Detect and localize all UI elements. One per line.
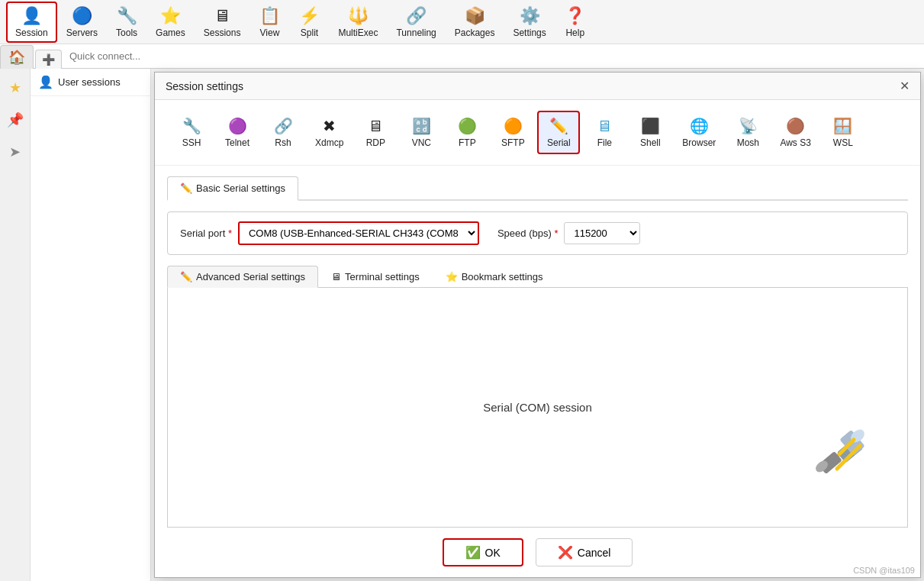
multiexec-icon: 🔱 — [348, 6, 369, 26]
sub-tab-bookmark[interactable]: ⭐ Bookmark settings — [433, 266, 556, 287]
dialog-close-button[interactable]: ✕ — [900, 79, 910, 93]
protocol-serial[interactable]: ✏️ Serial — [537, 111, 580, 154]
toolbar-item-settings[interactable]: ⚙️ Settings — [504, 2, 555, 43]
sub-tabs: ✏️ Advanced Serial settings 🖥 Terminal s… — [167, 266, 908, 288]
view-label: View — [260, 27, 280, 38]
tab-home[interactable]: 🏠 — [0, 45, 34, 69]
addressbar: 🏠 ➕ — [0, 44, 924, 69]
speed-select[interactable]: 9600192003840057600115200230400460800921… — [564, 222, 640, 244]
toolbar-item-view[interactable]: 📋 View — [250, 2, 289, 43]
toolbar: 👤 Session 🔵 Servers 🔧 Tools ⭐ Games 🖥 Se… — [0, 0, 924, 44]
advanced-tab-icon: ✏️ — [180, 271, 192, 282]
telnet-icon: 🟣 — [228, 117, 247, 135]
toolbar-item-tools[interactable]: 🔧 Tools — [107, 2, 146, 43]
xdmcp-label: Xdmcp — [315, 137, 343, 148]
file-icon: 🖥 — [597, 118, 612, 135]
split-icon: ⚡ — [299, 6, 320, 26]
toolbar-item-tunneling[interactable]: 🔗 Tunneling — [387, 2, 445, 43]
protocol-ssh[interactable]: 🔧 SSH — [170, 111, 213, 154]
toolbar-item-multiexec[interactable]: 🔱 MultiExec — [329, 2, 387, 43]
file-label: File — [597, 137, 612, 148]
toolbar-item-packages[interactable]: 📦 Packages — [446, 2, 504, 43]
session-icon: 👤 — [21, 6, 42, 26]
multiexec-label: MultiExec — [338, 27, 378, 38]
shell-label: Shell — [640, 137, 661, 148]
content-session-label: Serial (COM) session — [483, 401, 592, 414]
sessions-title: 👤 User sessions — [31, 69, 150, 96]
sub-tab-terminal[interactable]: 🖥 Terminal settings — [318, 266, 433, 287]
ok-button[interactable]: ✅ OK — [443, 538, 523, 566]
telnet-label: Telnet — [225, 137, 250, 148]
basic-serial-tab-icon: ✏️ — [180, 182, 192, 194]
arrow-icon[interactable]: ➤ — [6, 140, 24, 163]
toolbar-item-session[interactable]: 👤 Session — [6, 2, 57, 43]
serial-plug-icon — [816, 424, 877, 489]
protocol-ftp[interactable]: 🟢 FTP — [446, 111, 488, 154]
sessions-label: Sessions — [204, 27, 241, 38]
protocol-sftp[interactable]: 🟠 SFTP — [491, 111, 534, 154]
protocol-browser[interactable]: 🌐 Browser — [674, 111, 723, 154]
left-panel: ★ 📌 ➤ 👤 User sessions — [0, 69, 151, 581]
inner-tabs: ✏️ Basic Serial settings — [167, 176, 908, 201]
ftp-icon: 🟢 — [458, 117, 477, 135]
vnc-icon: 🔡 — [412, 117, 431, 135]
serial-port-field: Serial port * COM8 (USB-Enhanced-SERIAL … — [180, 221, 479, 245]
protocol-xdmcp[interactable]: ✖ Xdmcp — [307, 111, 351, 154]
settings-icon: ⚙️ — [520, 6, 540, 26]
protocol-shell[interactable]: ⬛ Shell — [629, 111, 671, 154]
star-icon[interactable]: ★ — [6, 76, 24, 99]
aws-s3-label: Aws S3 — [780, 137, 810, 148]
protocol-rdp[interactable]: 🖥 RDP — [354, 111, 397, 154]
bookmark-tab-icon: ⭐ — [446, 271, 458, 282]
ftp-label: FTP — [459, 137, 476, 148]
tunneling-icon: 🔗 — [406, 6, 427, 26]
protocol-mosh[interactable]: 📡 Mosh — [726, 111, 769, 154]
serial-icon: ✏️ — [549, 117, 568, 135]
browser-icon: 🌐 — [690, 117, 709, 135]
session-settings-dialog: Session settings ✕ 🔧 SSH 🟣 Telnet 🔗 Rsh — [154, 72, 921, 578]
games-icon: ⭐ — [160, 6, 181, 26]
basic-serial-tab[interactable]: ✏️ Basic Serial settings — [167, 176, 298, 201]
speed-field: Speed (bps) * 96001920038400576001152002… — [497, 222, 641, 244]
toolbar-item-help[interactable]: ❓ Help — [555, 2, 595, 43]
bookmark-tab-label: Bookmark settings — [462, 271, 543, 282]
terminal-tab-icon: 🖥 — [331, 271, 341, 282]
toolbar-item-games[interactable]: ⭐ Games — [146, 2, 195, 43]
protocol-file[interactable]: 🖥 File — [583, 111, 626, 154]
toolbar-item-sessions[interactable]: 🖥 Sessions — [195, 2, 250, 43]
sub-tab-advanced[interactable]: ✏️ Advanced Serial settings — [167, 266, 318, 288]
protocol-wsl[interactable]: 🪟 WSL — [822, 111, 864, 154]
help-label: Help — [565, 27, 584, 38]
packages-label: Packages — [455, 27, 495, 38]
split-label: Split — [301, 27, 318, 38]
serial-port-select[interactable]: COM8 (USB-Enhanced-SERIAL CH343 (COM8 — [238, 221, 479, 245]
sftp-label: SFTP — [501, 137, 525, 148]
pin-icon[interactable]: 📌 — [4, 108, 27, 131]
cancel-button[interactable]: ❌ Cancel — [536, 538, 633, 566]
cancel-icon: ❌ — [558, 545, 573, 560]
ssh-label: SSH — [182, 137, 201, 148]
wsl-label: WSL — [833, 137, 853, 148]
toolbar-item-servers[interactable]: 🔵 Servers — [57, 2, 107, 43]
wsl-icon: 🪟 — [833, 117, 852, 135]
basic-serial-tab-label: Basic Serial settings — [196, 182, 285, 194]
packages-icon: 📦 — [465, 6, 485, 26]
ok-label: OK — [485, 547, 501, 559]
dialog-title-bar: Session settings ✕ — [155, 73, 920, 100]
protocol-aws-s3[interactable]: 🟤 Aws S3 — [772, 111, 818, 154]
quick-connect-input[interactable] — [62, 47, 924, 65]
tab-area: 🏠 ➕ — [0, 44, 62, 69]
xdmcp-icon: ✖ — [323, 117, 336, 135]
toolbar-item-split[interactable]: ⚡ Split — [289, 2, 329, 43]
tab-add[interactable]: ➕ — [35, 50, 62, 69]
rdp-label: RDP — [366, 137, 385, 148]
protocol-vnc[interactable]: 🔡 VNC — [400, 111, 443, 154]
ok-icon: ✅ — [465, 545, 481, 560]
dialog-overlay: Session settings ✕ 🔧 SSH 🟣 Telnet 🔗 Rsh — [151, 69, 924, 581]
dialog-title-text: Session settings — [166, 80, 243, 92]
protocol-rsh[interactable]: 🔗 Rsh — [262, 111, 304, 154]
help-icon: ❓ — [565, 6, 585, 26]
protocol-telnet[interactable]: 🟣 Telnet — [216, 111, 259, 154]
protocol-row: 🔧 SSH 🟣 Telnet 🔗 Rsh ✖ Xdmcp 🖥 RDP — [155, 100, 920, 166]
ssh-icon: 🔧 — [182, 117, 201, 135]
